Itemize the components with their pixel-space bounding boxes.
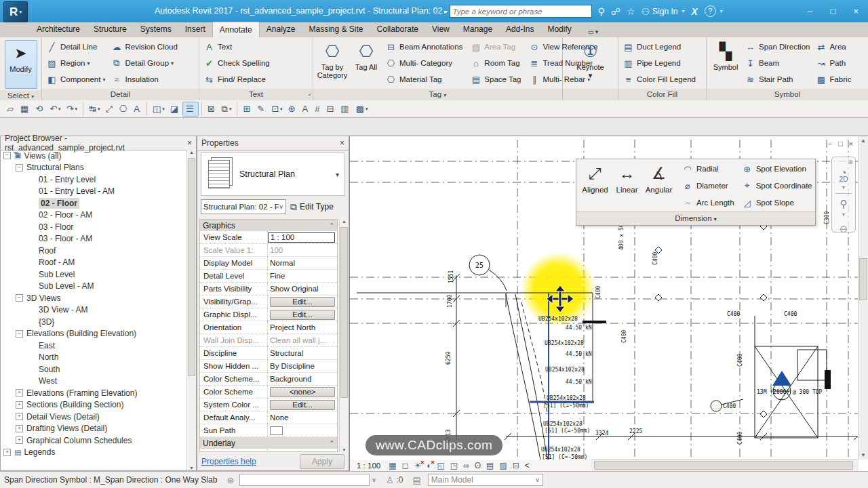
property-row[interactable]: DisciplineStructural: [200, 347, 337, 360]
tab[interactable]: Analyze: [260, 22, 302, 37]
tree-item[interactable]: 01 - Entry Level: [1, 174, 187, 186]
property-value[interactable]: Edit...: [270, 400, 335, 410]
tree-item[interactable]: Sub Level - AM: [1, 281, 187, 293]
component-button[interactable]: ◧Component▾: [44, 71, 107, 87]
expand-icon[interactable]: +: [16, 436, 23, 444]
design-option-select[interactable]: Main Model ∨: [428, 474, 543, 486]
tree-item[interactable]: +Sections (Building Section): [1, 399, 187, 411]
spot-slope-button[interactable]: ◿Spot Slope: [741, 195, 812, 210]
property-row[interactable]: Scale Value 1:100: [200, 244, 337, 257]
chevron-down-icon[interactable]: ▾: [336, 171, 339, 178]
worksets-icon[interactable]: ⊛: [226, 475, 234, 485]
expand-icon[interactable]: −: [16, 294, 23, 302]
tag-by-category-icon[interactable]: ⎔: [117, 102, 131, 116]
show-crop-region-icon[interactable]: ◳: [448, 461, 460, 470]
multi-category-button[interactable]: ⎔Multi- Category: [383, 55, 467, 71]
room-tag-button[interactable]: ⌂Room Tag: [468, 55, 525, 71]
tree-item[interactable]: 01 - Entry Level - AM: [1, 186, 187, 198]
property-value[interactable]: [270, 426, 283, 435]
measure-icon[interactable]: ↹▾: [83, 102, 102, 116]
dimension-panel-label[interactable]: Dimension ▾: [576, 211, 815, 225]
tree-item[interactable]: 03 - Floor: [1, 221, 187, 233]
browser-scrollbar[interactable]: ▲ ▼: [186, 150, 196, 470]
view-minimize-icon[interactable]: −: [827, 140, 831, 148]
visual-style-icon[interactable]: ◻: [399, 461, 412, 470]
tab[interactable]: Structure: [87, 22, 134, 37]
switch-windows-icon[interactable]: ⧉▾: [219, 102, 235, 116]
active-workset-input[interactable]: [239, 474, 370, 486]
sun-path-icon[interactable]: ☀✕: [411, 461, 424, 470]
text-icon[interactable]: A: [131, 102, 144, 116]
tree-item[interactable]: North: [1, 352, 187, 364]
apply-button[interactable]: Apply: [300, 454, 344, 469]
material-tag-button[interactable]: ⎔Material Tag: [383, 71, 467, 87]
property-row[interactable]: Color Scheme<none>: [200, 386, 337, 399]
reveal-constraints-icon[interactable]: ⊟: [510, 461, 522, 470]
modify-button[interactable]: ➤ Modify: [5, 40, 37, 89]
tree-item[interactable]: −▣Views (all): [1, 150, 187, 162]
span-direction-button[interactable]: ↔Span Direction: [743, 39, 812, 55]
expand-icon[interactable]: +: [16, 401, 23, 409]
tab[interactable]: Insert: [178, 22, 212, 37]
property-value[interactable]: Clean all wall j...: [268, 336, 337, 344]
edit-type-button[interactable]: ⧉ Edit Type: [290, 201, 334, 213]
tab[interactable]: Annotate: [212, 22, 260, 37]
view-close-icon[interactable]: ×: [849, 140, 853, 148]
tree-item[interactable]: 03 - Floor - AM: [1, 233, 187, 245]
scroll-up-icon[interactable]: ▲: [859, 136, 868, 144]
expand-icon[interactable]: −: [16, 330, 23, 338]
property-row[interactable]: View Scale1 : 100: [200, 231, 337, 244]
editing-requests-icon[interactable]: ♙: [386, 475, 394, 485]
tree-item[interactable]: 3D View - AM: [1, 304, 187, 317]
color-fill-panel-label[interactable]: Color Fill: [618, 89, 706, 100]
aligned-dimension-button[interactable]: ⤢Aligned: [579, 161, 611, 210]
close-icon[interactable]: ×: [187, 138, 192, 148]
property-row[interactable]: Default Analy...None: [200, 411, 337, 424]
beam-annotations-button[interactable]: ⊟Beam Annotations: [383, 39, 467, 55]
property-value[interactable]: <none>: [270, 387, 335, 397]
search-icon[interactable]: ⚲: [598, 6, 605, 17]
property-row[interactable]: Sun Path: [200, 424, 337, 437]
help-dropdown-icon[interactable]: ▾: [720, 8, 723, 14]
undo-icon[interactable]: ↶▾: [47, 102, 63, 116]
drawing-area[interactable]: UB254x102x2844.50 kNUB254x102x2844.50 kN…: [349, 136, 868, 471]
tree-item[interactable]: 02 - Floor: [1, 197, 187, 209]
tab[interactable]: Add-Ins: [499, 22, 540, 37]
match-type-properties-icon[interactable]: ✎: [254, 102, 269, 116]
arc-length-dimension-button[interactable]: ⌢Arc Length: [682, 195, 734, 210]
vertical-scrollbar[interactable]: ▲ ▼: [858, 136, 868, 460]
property-row[interactable]: Color Scheme...Background: [200, 373, 337, 386]
infocenter-toggle-icon[interactable]: ▸: [444, 8, 448, 15]
tree-item[interactable]: East: [1, 340, 187, 352]
cascade-windows-icon[interactable]: ▥: [338, 102, 353, 116]
detail-level-icon[interactable]: ▦: [386, 461, 399, 470]
sync-with-central-icon[interactable]: ⟲: [33, 102, 47, 116]
aligned-dimension-icon[interactable]: ⤢: [102, 102, 116, 116]
favorites-icon[interactable]: ☆: [627, 6, 635, 17]
view-scale-button[interactable]: 1 : 100: [350, 462, 386, 470]
property-value[interactable]: Structural: [268, 349, 337, 357]
area-tag-button[interactable]: ▧Area Tag: [468, 39, 525, 55]
tab[interactable]: Manage: [456, 22, 499, 37]
tree-item[interactable]: Roof: [1, 245, 187, 257]
tree-item[interactable]: +▤Legends: [1, 447, 187, 459]
fabric-symbol-button[interactable]: ▩Fabric: [813, 71, 853, 87]
tree-item[interactable]: +Elevations (Framing Elevation): [1, 387, 187, 399]
property-value[interactable]: 1 : 100: [268, 232, 335, 243]
tag-all-button[interactable]: ⎔Tag All: [349, 39, 383, 79]
angular-dimension-button[interactable]: ∡Angular: [643, 161, 675, 210]
expand-icon[interactable]: +: [16, 389, 23, 396]
scroll-up-icon[interactable]: ▲: [340, 219, 349, 224]
tree-item[interactable]: 02 - Floor - AM: [1, 209, 187, 222]
insulation-button[interactable]: ≈Insulation: [108, 71, 181, 87]
hide-analytical-model-icon[interactable]: ▨: [496, 461, 509, 470]
grid-icon[interactable]: #: [312, 102, 323, 116]
property-row[interactable]: Parts VisibilityShow Original: [200, 283, 337, 296]
property-value[interactable]: Fine: [268, 272, 337, 280]
maximize-button[interactable]: □: [831, 6, 836, 16]
tree-item[interactable]: West: [1, 375, 187, 388]
pin-icon[interactable]: ⊕: [285, 102, 300, 116]
horizontal-scrollbar[interactable]: [591, 459, 859, 471]
tab[interactable]: Modify: [540, 22, 578, 37]
expand-icon[interactable]: +: [16, 425, 23, 432]
